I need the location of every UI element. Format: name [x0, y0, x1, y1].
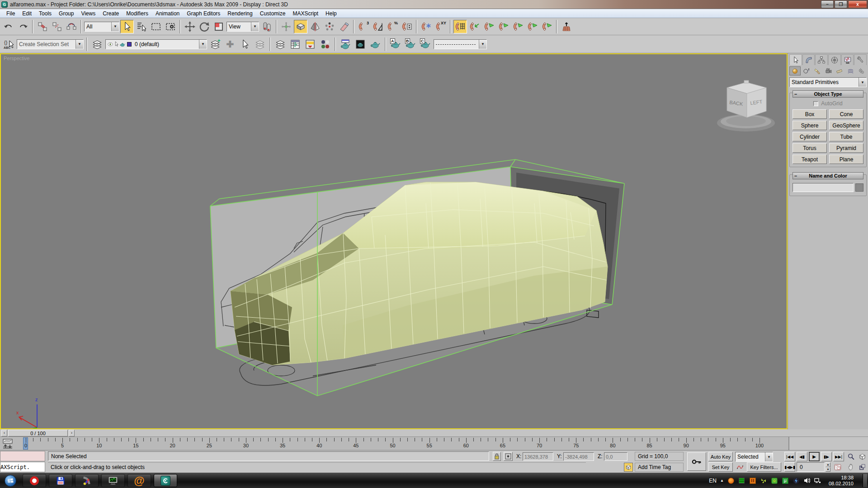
taskbar-utility-app[interactable]	[75, 474, 99, 487]
create-layer-button[interactable]: ✦	[208, 38, 222, 51]
primitive-category-dropdown[interactable]: Standard Primitives▼	[789, 77, 867, 87]
tray-pause-icon[interactable]	[749, 477, 756, 484]
cone-button[interactable]: Cone	[829, 109, 863, 119]
curve-editor-button[interactable]	[303, 38, 317, 51]
set-key-button[interactable]: Set Key	[708, 462, 733, 472]
menu-tools[interactable]: Tools	[35, 9, 55, 18]
time-slider-track[interactable]: ‹ 0 / 100 ›	[0, 429, 868, 437]
close-button[interactable]: x	[848, 0, 867, 8]
menu-graph-editors[interactable]: Graph Editors	[183, 9, 224, 18]
add-time-tag[interactable]: Add Time Tag	[635, 463, 684, 472]
mini-curve-editor-icon[interactable]	[2, 438, 14, 449]
snap-toggle-3d-button[interactable]: 3	[357, 20, 370, 33]
menu-rendering[interactable]: Rendering	[224, 9, 256, 18]
menu-edit[interactable]: Edit	[19, 9, 35, 18]
viewport-label[interactable]: Perspective	[4, 56, 29, 61]
window-crossing-button[interactable]	[164, 20, 177, 33]
tray-lightning-icon[interactable]	[793, 477, 800, 484]
track-bar[interactable]: 0510152025303540455055606570758085909510…	[0, 437, 868, 450]
key-mode-dropdown[interactable]: Selected▼	[735, 452, 773, 462]
add-to-layer-button[interactable]: ✚	[223, 38, 237, 51]
render-preset-dropdown[interactable]: ▼	[434, 39, 487, 49]
mirror-button[interactable]	[308, 20, 322, 33]
tube-button[interactable]: Tube	[829, 132, 863, 141]
redo-button[interactable]	[16, 20, 30, 33]
snap-option-3-button[interactable]	[497, 20, 510, 33]
subtab-spacewarps[interactable]	[845, 66, 855, 75]
subtab-geometry[interactable]	[789, 66, 801, 75]
name-color-header[interactable]: – Name and Color	[793, 172, 863, 179]
object-color-swatch[interactable]	[855, 183, 863, 192]
sphere-button[interactable]: Sphere	[793, 121, 827, 130]
menu-animation[interactable]: Animation	[152, 9, 183, 18]
set-keys-button[interactable]	[687, 452, 706, 471]
render-setup-button[interactable]	[339, 38, 352, 51]
show-desktop-button[interactable]	[863, 474, 867, 487]
menu-maxscript[interactable]: MAXScript	[289, 9, 322, 18]
autogrid-checkbox[interactable]	[813, 101, 818, 106]
time-tag-icon[interactable]	[624, 463, 633, 472]
quick-render-button[interactable]	[368, 38, 382, 51]
tray-utorrent-icon[interactable]: μ	[782, 477, 789, 484]
select-link-button[interactable]	[36, 20, 49, 33]
tab-utilities[interactable]	[854, 54, 867, 65]
time-slider[interactable]: 0 / 100	[8, 430, 68, 436]
prev-frame-button[interactable]: ◀▮	[797, 452, 807, 461]
pan-button[interactable]	[845, 462, 856, 472]
menu-file[interactable]: File	[3, 9, 19, 18]
unlink-button[interactable]	[50, 20, 64, 33]
menu-modifiers[interactable]: Modifiers	[123, 9, 152, 18]
snap-option-4-button[interactable]	[511, 20, 525, 33]
plane-button[interactable]: Plane	[829, 155, 863, 164]
coord-system-dropdown[interactable]: View▼	[226, 22, 259, 32]
start-button[interactable]	[1, 474, 20, 487]
array-button[interactable]	[323, 20, 336, 33]
taskbar-opera[interactable]	[23, 474, 46, 487]
clock[interactable]: 18:38 08.02.2010	[829, 475, 854, 487]
menu-group[interactable]: Group	[55, 9, 77, 18]
z-coord-field[interactable]: 0,0	[604, 452, 627, 461]
subtab-shapes[interactable]	[801, 66, 811, 75]
menu-help[interactable]: Help	[322, 9, 340, 18]
geosphere-button[interactable]: GeoSphere	[829, 121, 863, 130]
keyboard-override-button[interactable]	[294, 20, 307, 33]
render-preset-b-button[interactable]: B	[404, 38, 417, 51]
time-config-button[interactable]	[832, 462, 843, 472]
layer-manager-button[interactable]	[274, 38, 287, 51]
spinner-snap-button[interactable]	[400, 20, 414, 33]
box-button[interactable]: Box	[793, 109, 827, 119]
tray-expand-icon[interactable]: ▲	[720, 479, 724, 483]
snap-option-5-button[interactable]	[526, 20, 539, 33]
render-preset-a-button[interactable]: A	[389, 38, 402, 51]
minimize-button[interactable]: –	[821, 0, 834, 8]
rendered-frame-button[interactable]	[354, 38, 367, 51]
layer-list-button[interactable]	[90, 38, 104, 51]
next-frame-button[interactable]: ▮▶	[821, 452, 832, 461]
tray-smiley-icon[interactable]: ☺	[771, 477, 778, 484]
teapot-button[interactable]: Teapot	[793, 155, 827, 164]
taskbar-mail-app[interactable]: @	[127, 474, 151, 487]
material-editor-button[interactable]	[318, 38, 332, 51]
layer-properties-button[interactable]	[288, 38, 302, 51]
select-manipulate-button[interactable]	[279, 20, 293, 33]
pyramid-button[interactable]: Pyramid	[829, 143, 863, 153]
object-type-header[interactable]: – Object Type	[793, 90, 863, 98]
selection-set-dropdown[interactable]: Create Selection Set▼	[17, 39, 84, 49]
zoom-button[interactable]	[845, 452, 856, 461]
next-frame-arrow[interactable]: ›	[69, 430, 75, 436]
grid-snap-button[interactable]	[453, 20, 467, 33]
freeze-snap-button[interactable]	[420, 20, 433, 33]
default-in-out-tangent-button[interactable]	[735, 463, 745, 472]
subtab-lights[interactable]	[812, 66, 823, 75]
volume-icon[interactable]	[803, 477, 811, 484]
object-name-input[interactable]	[793, 183, 854, 192]
percent-snap-button[interactable]: %	[386, 20, 399, 33]
tray-orange-app-icon[interactable]	[727, 477, 735, 484]
cylinder-button[interactable]: Cylinder	[793, 132, 827, 141]
y-coord-field[interactable]: -3824,498	[563, 452, 594, 461]
network-icon[interactable]	[814, 477, 821, 484]
select-move-button[interactable]	[183, 20, 197, 33]
menu-views[interactable]: Views	[77, 9, 99, 18]
axis-constraint-xy-button[interactable]: XY	[434, 20, 448, 33]
select-layer-objects-button[interactable]	[238, 38, 252, 51]
